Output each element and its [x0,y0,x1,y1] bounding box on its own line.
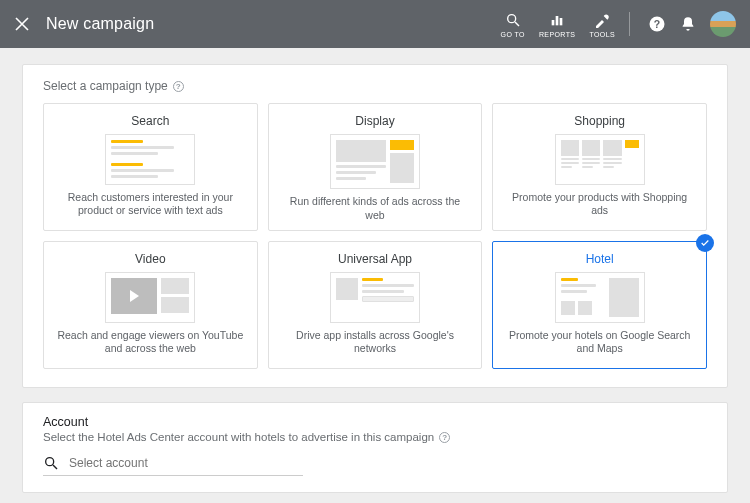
svg-rect-4 [560,18,563,25]
play-icon [111,278,157,314]
account-select-input[interactable] [69,456,303,470]
svg-rect-3 [556,16,559,25]
tool-goto[interactable]: GO TO [501,11,525,38]
card-shopping[interactable]: Shopping Promote yo [492,103,707,231]
tool-reports-label: REPORTS [539,31,576,38]
campaign-type-label: Select a campaign type ? [43,79,707,93]
reports-icon [549,11,565,29]
avatar[interactable] [710,11,736,37]
card-search-title: Search [131,114,169,128]
thumb-hotel [555,272,645,323]
campaign-type-label-text: Select a campaign type [43,79,168,93]
campaign-type-grid: Search Reach customers interested in you… [43,103,707,369]
selected-check-icon [696,234,714,252]
card-video[interactable]: Video Reach and engage viewers on YouTub… [43,241,258,369]
notifications-icon[interactable] [680,15,696,33]
search-icon [43,455,59,471]
card-universal-app-desc: Drive app installs across Google's netwo… [277,329,474,356]
tool-tools[interactable]: TOOLS [589,11,615,38]
account-subtitle-text: Select the Hotel Ads Center account with… [43,431,434,443]
thumb-search [105,134,195,185]
thumb-video [105,272,195,323]
svg-rect-2 [552,20,555,25]
svg-line-8 [53,465,57,469]
card-hotel[interactable]: Hotel Promote your hotels on Goog [492,241,707,369]
svg-text:?: ? [654,18,660,30]
divider [629,12,630,36]
search-icon [505,11,521,29]
card-video-title: Video [135,252,165,266]
card-search-desc: Reach customers interested in your produ… [52,191,249,218]
app-header: New campaign GO TO REPORTS TOOLS ? [0,0,750,48]
svg-line-1 [515,22,519,26]
help-icon[interactable]: ? [648,15,666,33]
card-search[interactable]: Search Reach customers interested in you… [43,103,258,231]
svg-point-7 [46,458,54,466]
card-display-title: Display [355,114,394,128]
campaign-type-panel: Select a campaign type ? Search [22,64,728,388]
wrench-icon [594,11,610,29]
thumb-universal [330,272,420,323]
thumb-shopping [555,134,645,185]
card-hotel-desc: Promote your hotels on Google Search and… [501,329,698,356]
close-icon[interactable] [14,16,30,32]
card-video-desc: Reach and engage viewers on YouTube and … [52,329,249,356]
card-universal-app-title: Universal App [338,252,412,266]
svg-point-0 [507,14,515,22]
tool-goto-label: GO TO [501,31,525,38]
page-title: New campaign [46,15,154,33]
tool-reports[interactable]: REPORTS [539,11,576,38]
account-select[interactable] [43,455,303,476]
card-display[interactable]: Display Run different kinds of ads acros… [268,103,483,231]
help-tooltip-icon[interactable]: ? [173,81,184,92]
thumb-display [330,134,420,189]
card-shopping-title: Shopping [574,114,625,128]
tool-tools-label: TOOLS [589,31,615,38]
account-title: Account [43,415,707,429]
account-panel: Account Select the Hotel Ads Center acco… [22,402,728,493]
card-universal-app[interactable]: Universal App Drive app installs across … [268,241,483,369]
card-shopping-desc: Promote your products with Shopping ads [501,191,698,218]
help-tooltip-icon[interactable]: ? [439,432,450,443]
account-subtitle: Select the Hotel Ads Center account with… [43,431,707,443]
card-hotel-title: Hotel [586,252,614,266]
card-display-desc: Run different kinds of ads across the we… [277,195,474,222]
